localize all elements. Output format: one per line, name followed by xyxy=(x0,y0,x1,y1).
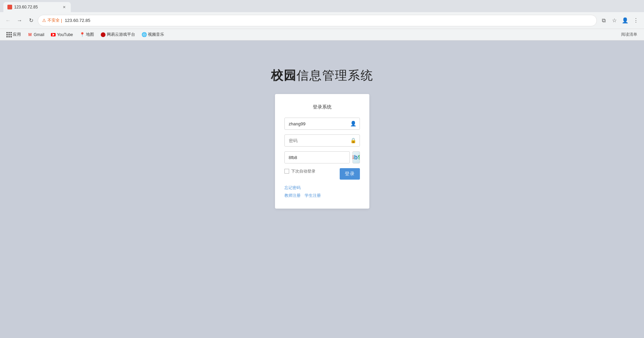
netease-icon xyxy=(101,32,105,37)
tab-title: 123.60.72.85 xyxy=(14,5,59,9)
lock-icon: 🔒 xyxy=(350,137,357,144)
password-group: 🔒 xyxy=(284,134,360,147)
address-bar[interactable]: ⚠ 不安全 | 123.60.72.85 xyxy=(38,15,597,26)
map-icon: 📍 xyxy=(80,32,85,37)
login-heading: 登录系统 xyxy=(284,104,360,110)
active-tab[interactable]: 123.60.72.85 ✕ xyxy=(3,2,71,12)
browser-actions-right: ⧉ ☆ 👤 ⋮ xyxy=(599,16,641,25)
refresh-button[interactable]: ↻ xyxy=(26,16,36,25)
user-icon: 👤 xyxy=(350,121,357,127)
bookmarks-bar: 应用 M Gmail YouTube 📍 地图 网易云游戏平台 xyxy=(0,29,644,40)
username-input[interactable] xyxy=(284,118,360,130)
extensions-button[interactable]: ⧉ xyxy=(599,16,608,25)
remember-row: 下次自动登录 xyxy=(284,168,315,174)
remember-checkbox[interactable] xyxy=(284,169,289,174)
gmail-label: Gmail xyxy=(34,32,44,37)
map-label: 地图 xyxy=(86,32,94,37)
login-card: 登录系统 👤 🔒 8b9 下次自动登录 xyxy=(275,94,369,209)
sub-links: 教师注册 学生注册 xyxy=(284,193,360,198)
forward-button[interactable]: → xyxy=(15,16,24,25)
browser-nav: ← → ↻ ⚠ 不安全 | 123.60.72.85 ⧉ ☆ 👤 ⋮ xyxy=(0,12,644,29)
bookmark-button[interactable]: ☆ xyxy=(610,16,619,25)
tab-close-button[interactable]: ✕ xyxy=(61,4,67,10)
menu-button[interactable]: ⋮ xyxy=(631,16,641,25)
profile-button[interactable]: 👤 xyxy=(620,16,630,25)
password-input[interactable] xyxy=(284,134,360,147)
address-text: 123.60.72.85 xyxy=(65,18,592,23)
video-label: 视频音乐 xyxy=(148,32,164,37)
captcha-image[interactable]: 8b9 xyxy=(352,151,360,163)
security-warning: ⚠ 不安全 | xyxy=(42,18,62,23)
captcha-row: 8b9 xyxy=(284,151,360,163)
apps-label: 应用 xyxy=(13,32,21,37)
remember-label: 下次自动登录 xyxy=(291,168,315,174)
warning-icon: ⚠ xyxy=(42,18,46,23)
apps-icon xyxy=(7,32,11,37)
page-content: 校园信息管理系统 登录系统 👤 🔒 8b9 xyxy=(0,40,644,338)
bookmark-video[interactable]: 🌐 视频音乐 xyxy=(139,30,167,39)
teacher-register-link[interactable]: 教师注册 xyxy=(284,193,301,198)
netease-label: 网易云游戏平台 xyxy=(107,32,135,37)
page-title: 校园信息管理系统 xyxy=(271,67,373,84)
youtube-label: YouTube xyxy=(57,32,73,37)
bookmark-map[interactable]: 📍 地图 xyxy=(77,30,97,39)
username-group: 👤 xyxy=(284,118,360,130)
address-separator: | xyxy=(61,18,62,23)
forgot-password-link[interactable]: 忘记密码 xyxy=(284,185,360,191)
video-icon: 🌐 xyxy=(142,32,147,37)
browser-chrome: 123.60.72.85 ✕ ← → ↻ ⚠ 不安全 | 123.60.72.8… xyxy=(0,0,644,40)
login-button[interactable]: 登录 xyxy=(340,168,360,180)
page-title-rest: 信息管理系统 xyxy=(297,68,373,82)
page-title-bold: 校园 xyxy=(271,68,297,82)
bookmark-gmail[interactable]: M Gmail xyxy=(25,31,47,38)
links-row: 忘记密码 教师注册 学生注册 xyxy=(284,180,360,198)
back-button[interactable]: ← xyxy=(3,16,13,25)
youtube-icon xyxy=(51,32,56,37)
tab-favicon xyxy=(7,5,12,9)
captcha-text: 8b9 xyxy=(352,154,360,161)
security-label: 不安全 xyxy=(48,18,60,23)
student-register-link[interactable]: 学生注册 xyxy=(305,193,321,198)
bookmark-apps[interactable]: 应用 xyxy=(4,30,24,39)
bookmark-netease[interactable]: 网易云游戏平台 xyxy=(98,30,138,39)
gmail-icon: M xyxy=(28,32,32,37)
captcha-input[interactable] xyxy=(284,151,350,163)
bookmark-youtube[interactable]: YouTube xyxy=(48,31,75,38)
browser-tabs: 123.60.72.85 ✕ xyxy=(0,0,644,12)
reader-mode-button[interactable]: 阅读清单 xyxy=(618,31,640,38)
